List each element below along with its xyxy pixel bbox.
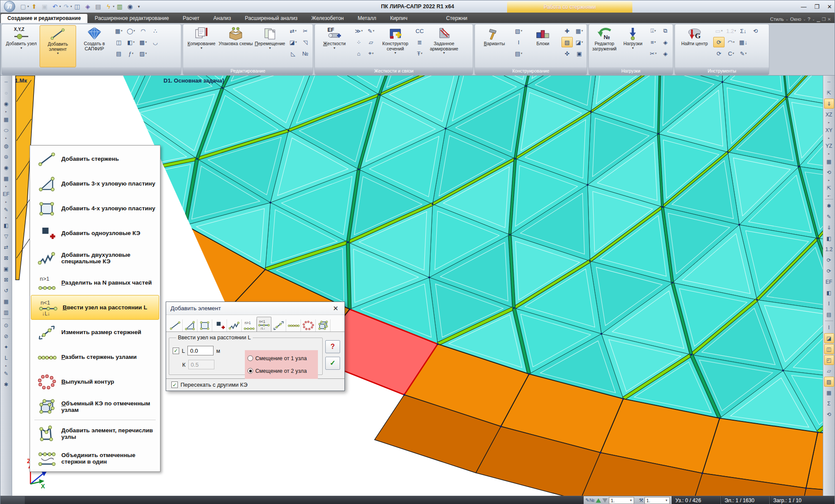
menu-item-0[interactable]: Добавить стержень xyxy=(30,146,160,171)
ribbon-button-Найти центр[interactable]: GНайти центр xyxy=(676,25,713,67)
ribbon-tab-4[interactable]: Расширенный анализ xyxy=(238,14,304,23)
menu-Окно[interactable]: Окно xyxy=(790,17,802,22)
book-icon[interactable]: ◈ xyxy=(83,2,93,11)
right-toolbar-button[interactable]: ▦ xyxy=(824,156,834,166)
left-toolbar-button[interactable]: ⊘ xyxy=(1,331,11,341)
right-toolbar-button[interactable]: ⟳ xyxy=(824,266,834,276)
ribbon-tab-7[interactable]: Кирпич xyxy=(384,14,414,23)
ribbon-small-icon[interactable]: ⧉ xyxy=(660,26,671,36)
left-toolbar-button[interactable]: ◉ xyxy=(1,162,11,172)
right-toolbar-button[interactable]: Σ xyxy=(824,398,834,408)
lightning-icon[interactable]: ϟ xyxy=(104,2,114,11)
right-toolbar-button[interactable]: Ι xyxy=(824,298,834,308)
ribbon-small-icon[interactable]: ✎▾ xyxy=(365,26,377,36)
right-toolbar-button[interactable]: ◫ xyxy=(824,344,834,354)
dialog-tab-split[interactable] xyxy=(286,319,301,332)
ribbon-small-icon[interactable]: Ι xyxy=(513,37,524,47)
ribbon-tab-5[interactable]: Железобетон xyxy=(305,14,350,23)
dialog-title-bar[interactable]: Добавить элемент ✕ xyxy=(166,302,344,315)
radio-circle[interactable] xyxy=(247,355,253,361)
small-window-control[interactable]: ❐ xyxy=(822,17,826,22)
ribbon-small-icon[interactable]: ▭▾ xyxy=(713,26,725,36)
left-toolbar-button[interactable]: ⊠ xyxy=(1,275,11,285)
left-toolbar-button[interactable]: ┈ xyxy=(1,77,11,87)
ribbon-small-icon[interactable]: ◪▾ xyxy=(287,37,299,47)
left-toolbar-button[interactable]: L xyxy=(1,353,11,363)
right-toolbar-button[interactable]: ◰ xyxy=(824,355,834,365)
right-toolbar-button[interactable]: ▤ xyxy=(824,309,834,319)
ribbon-tab-0[interactable]: Создание и редактирование xyxy=(1,14,87,23)
left-toolbar-button[interactable]: ▸ xyxy=(1,136,11,140)
menu-Стиль[interactable]: Стиль xyxy=(770,17,784,22)
ribbon-button-Создать в САПФИР[interactable]: Создать в САПФИР xyxy=(76,25,113,67)
dialog-tab-divn[interactable]: n>1 xyxy=(242,319,257,332)
right-toolbar-button[interactable]: ◧ xyxy=(824,233,834,243)
ribbon-small-icon[interactable]: ✎▾ xyxy=(738,48,749,59)
left-toolbar-button[interactable]: ⬭ xyxy=(1,125,11,135)
ribbon-small-icon[interactable]: ▤ xyxy=(113,48,124,59)
ribbon-small-icon[interactable]: № xyxy=(300,48,311,59)
left-toolbar-button[interactable]: ЕF xyxy=(1,189,11,199)
radio-circle-selected[interactable] xyxy=(247,368,253,374)
left-toolbar-button[interactable]: ⇄ xyxy=(1,242,11,252)
ribbon-small-icon[interactable]: ≫▾ xyxy=(353,26,364,36)
right-toolbar-button[interactable]: YZ xyxy=(824,141,834,151)
right-toolbar-button[interactable]: ◂┈ xyxy=(824,194,834,198)
ribbon-small-icon[interactable]: ✂ xyxy=(300,26,311,36)
right-toolbar-button[interactable]: 1.2 xyxy=(824,244,834,254)
qat-more-icon[interactable]: ▾ xyxy=(138,4,140,9)
ribbon-small-icon[interactable]: ⌖▾ xyxy=(365,48,377,59)
ribbon-small-icon[interactable]: ◠ xyxy=(137,26,149,36)
left-toolbar-button[interactable]: ▸ xyxy=(1,184,11,188)
view-3d-icon[interactable]: ◫ xyxy=(73,2,82,11)
variant-icon[interactable]: ⚒ xyxy=(639,497,643,503)
left-toolbar-button[interactable]: ▽ xyxy=(1,231,11,241)
dialog-tab-quad4[interactable] xyxy=(197,319,212,332)
left-toolbar-button[interactable]: ✎ xyxy=(1,368,11,378)
right-toolbar-button[interactable]: ⟲ xyxy=(824,409,834,419)
left-toolbar-button[interactable]: ✱ xyxy=(1,379,11,389)
left-toolbar-button[interactable]: ▥ xyxy=(1,307,11,317)
close-button[interactable]: ✕ xyxy=(827,3,832,10)
right-toolbar-button[interactable]: ▸ xyxy=(824,152,834,156)
right-toolbar-button[interactable]: Ι xyxy=(824,322,834,332)
dialog-tab-spring[interactable] xyxy=(227,319,242,332)
left-toolbar-button[interactable]: ▸ xyxy=(1,216,11,219)
right-toolbar-button[interactable]: ⇱ xyxy=(824,183,834,193)
ribbon-button-Упаковка схемы[interactable]: Упаковка схемы xyxy=(219,25,253,67)
right-toolbar-button[interactable]: XY xyxy=(824,125,834,135)
ribbon-small-icon[interactable]: Σ↓ xyxy=(738,26,749,36)
l-value-input[interactable] xyxy=(187,346,214,355)
minimize-button[interactable]: — xyxy=(801,3,806,10)
menu-item-3[interactable]: Добавить одноузловые КЭ xyxy=(30,221,160,245)
left-toolbar-button[interactable]: ○ xyxy=(1,88,11,98)
right-toolbar-button[interactable]: ⇱ xyxy=(824,88,834,98)
left-toolbar-button[interactable]: ◧ xyxy=(1,220,11,230)
ribbon-small-icon[interactable]: ▦▾ xyxy=(574,26,585,36)
right-toolbar-button[interactable]: ⟳ xyxy=(824,255,834,265)
ribbon-button-Копирование[interactable]: Копирование▼ xyxy=(184,25,219,67)
save-icon[interactable]: ▣ xyxy=(40,2,50,11)
right-toolbar-button[interactable]: ◪ xyxy=(824,333,834,343)
menu-item-7[interactable]: Изменить размер стержней xyxy=(30,320,160,345)
dialog-tab-stem[interactable] xyxy=(168,319,183,332)
ribbon-button-Варианты[interactable]: Варианты xyxy=(476,25,513,67)
ribbon-small-icon[interactable]: ◈ xyxy=(660,48,671,59)
right-toolbar-button[interactable]: ┈ xyxy=(824,77,834,87)
dialog-tab-convex[interactable] xyxy=(301,319,316,332)
load-edit-icon[interactable]: ✎№ xyxy=(585,497,595,503)
right-toolbar-button[interactable]: ✱ xyxy=(824,201,834,211)
right-toolbar-button[interactable]: ◧ xyxy=(824,288,834,298)
load-number-combo[interactable]: 1.▼ xyxy=(609,497,634,504)
intersect-checkbox[interactable]: ✓ xyxy=(171,381,178,388)
ribbon-small-icon[interactable]: ◡ xyxy=(150,37,161,47)
ribbon-small-icon[interactable]: ≡▾ xyxy=(648,37,659,47)
left-toolbar-button[interactable]: ⊙ xyxy=(1,320,11,330)
dialog-tab-tri3[interactable] xyxy=(183,319,197,332)
offset-from-node2-radio[interactable]: Смещение от 2 узла xyxy=(247,368,315,374)
ribbon-small-icon[interactable]: ⟲ xyxy=(750,26,761,36)
left-toolbar-button[interactable]: ▸ xyxy=(1,364,11,368)
right-toolbar-button[interactable]: ✎ xyxy=(824,212,834,222)
help-button[interactable]: ? xyxy=(325,340,340,353)
ribbon-small-icon[interactable]: ƒ▾ xyxy=(125,48,137,59)
